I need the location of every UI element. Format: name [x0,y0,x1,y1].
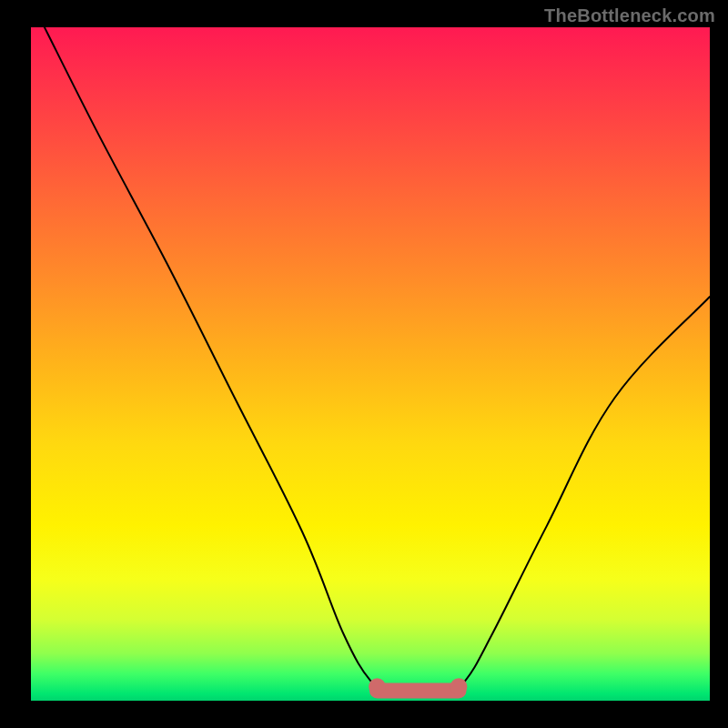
svg-point-0 [369,678,386,695]
plot-area [31,27,710,701]
watermark-text: TheBottleneck.com [544,5,715,26]
chart-frame: TheBottleneck.com [0,0,728,728]
svg-point-1 [450,678,468,695]
bottleneck-curve [31,27,710,701]
